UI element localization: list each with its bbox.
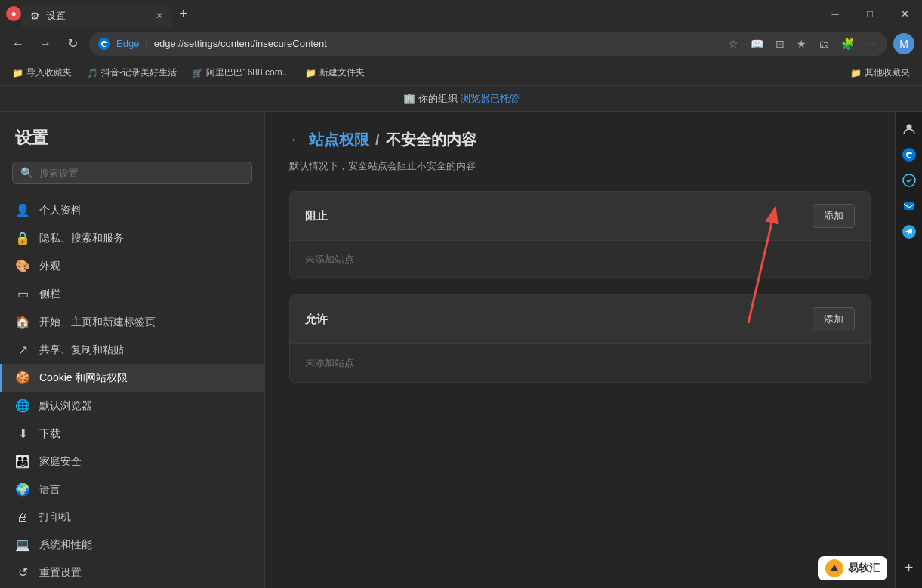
tab-close-button[interactable]: ✕ (156, 11, 163, 21)
sidebar-item-family[interactable]: 👨‍👩‍👧 家庭安全 (0, 448, 264, 476)
allow-section: 允许 添加 未添加站点 (289, 294, 871, 383)
sidebar-item-appearance[interactable]: 🎨 外观 (0, 252, 264, 280)
svg-point-0 (98, 38, 110, 50)
bookmark-newfolder-icon: 📁 (305, 68, 316, 79)
share-icon: ↗ (15, 343, 30, 357)
extensions-icon[interactable]: 🧩 (838, 35, 857, 53)
titlebar: ● ⚙ 设置 ✕ + ─ □ ✕ (0, 0, 922, 27)
lock-icon: 🔒 (15, 231, 30, 245)
block-empty-text: 未添加站点 (290, 241, 870, 279)
breadcrumb-parent[interactable]: 站点权限 (309, 130, 369, 150)
sidebar-item-sidebar[interactable]: ▭ 侧栏 (0, 280, 264, 308)
new-tab-button[interactable]: + (172, 6, 196, 22)
sidebar-item-printer[interactable]: 🖨 打印机 (0, 503, 264, 531)
more-menu-icon[interactable]: ··· (863, 35, 878, 53)
sidebar-title: 设置 (0, 127, 264, 162)
watermark: 易软汇 (818, 556, 887, 580)
bookmark-other[interactable]: 📁 其他收藏夹 (844, 64, 916, 82)
sidebar-item-label: 下载 (39, 427, 60, 441)
edge-sidebar-copilot-icon[interactable] (898, 169, 920, 192)
bookmark-import-label: 导入收藏夹 (26, 66, 72, 79)
family-icon: 👨‍👩‍👧 (15, 454, 30, 469)
edge-logo-icon (98, 38, 110, 50)
sidebar-item-language[interactable]: 🌍 语言 (0, 476, 264, 503)
block-section-header: 阻止 添加 (290, 192, 870, 241)
bookmark-import-icon: 📁 (12, 68, 23, 79)
page-description: 默认情况下，安全站点会阻止不安全的内容 (289, 159, 871, 173)
bookmark-tiktok[interactable]: 🎵 抖音-记录美好生活 (81, 64, 183, 82)
sidebar-item-reset[interactable]: ↺ 重置设置 (0, 559, 264, 586)
sidebar-item-privacy[interactable]: 🔒 隐私、搜索和服务 (0, 224, 264, 252)
sidebar-item-label: 开始、主页和新建标签页 (39, 316, 156, 329)
block-section: 阻止 添加 未添加站点 (289, 191, 871, 279)
sidebar-item-label: 侧栏 (39, 288, 60, 301)
org-text: 你的组织 (418, 92, 458, 106)
active-tab[interactable]: ⚙ 设置 ✕ (21, 5, 172, 27)
read-aloud-icon[interactable]: 📖 (748, 35, 766, 53)
tab-settings-icon: ⚙ (30, 10, 40, 22)
profile-button[interactable]: M (893, 33, 914, 54)
sidebar-item-downloads[interactable]: ⬇ 下载 (0, 420, 264, 448)
refresh-button[interactable]: ↻ (62, 33, 83, 54)
allow-add-button[interactable]: 添加 (813, 307, 855, 331)
sidebar-item-label: 系统和性能 (39, 538, 92, 552)
forward-button[interactable]: → (35, 33, 56, 54)
sidebar-item-label: 外观 (39, 260, 60, 273)
allow-empty-text: 未添加站点 (290, 344, 870, 382)
edge-sidebar-outlook-icon[interactable] (898, 195, 920, 217)
watermark-logo (825, 559, 843, 577)
search-input[interactable] (39, 168, 244, 179)
sidebar-item-label: 隐私、搜索和服务 (39, 232, 124, 245)
sidebar-item-label: Cookie 和网站权限 (39, 371, 128, 385)
edge-sidebar-profile-icon[interactable] (898, 118, 920, 140)
sidebar-item-label: 重置设置 (39, 566, 82, 580)
sidebar-item-label: 家庭安全 (39, 455, 82, 469)
back-button[interactable]: ← (8, 33, 29, 54)
settings-sidebar: 设置 🔍 👤 个人资料 🔒 隐私、搜索和服务 🎨 外观 ▭ 侧栏 🏠 开始、主页… (0, 112, 264, 588)
sidebar-item-label: 打印机 (39, 510, 71, 524)
close-button[interactable]: ✕ (887, 0, 922, 27)
block-add-button[interactable]: 添加 (813, 204, 855, 228)
split-screen-icon[interactable]: ⊡ (772, 35, 788, 53)
sidebar-item-cookies[interactable]: 🍪 Cookie 和网站权限 (0, 364, 264, 392)
window-controls: ─ □ ✕ (818, 0, 922, 27)
edge-sidebar: + (895, 112, 922, 588)
sidebar-item-default-browser[interactable]: 🌐 默认浏览器 (0, 392, 264, 420)
favorites-icon[interactable]: ★ (794, 35, 809, 53)
breadcrumb-separator: / (375, 131, 380, 149)
edge-sidebar-add-icon[interactable]: + (898, 556, 920, 579)
collections-icon[interactable]: 🗂 (816, 35, 832, 53)
search-box[interactable]: 🔍 (12, 162, 252, 184)
sidebar-item-share[interactable]: ↗ 共享、复制和粘贴 (0, 336, 264, 364)
sidebar-item-start[interactable]: 🏠 开始、主页和新建标签页 (0, 308, 264, 336)
page-title: 不安全的内容 (386, 130, 476, 150)
main-area: 设置 🔍 👤 个人资料 🔒 隐私、搜索和服务 🎨 外观 ▭ 侧栏 🏠 开始、主页… (0, 112, 922, 588)
restore-button[interactable]: □ (853, 0, 887, 27)
sidebar-icon-item: ▭ (15, 287, 30, 301)
sidebar-item-profile[interactable]: 👤 个人资料 (0, 196, 264, 224)
bookmark-newfolder[interactable]: 📁 新建文件夹 (299, 64, 371, 82)
address-separator: | (145, 38, 147, 49)
bookmarks-bar: 📁 导入收藏夹 🎵 抖音-记录美好生活 🛒 阿里巴巴1688.com... 📁 … (0, 60, 922, 86)
edge-sidebar-telegram-icon[interactable] (898, 220, 920, 243)
address-input[interactable]: Edge | edge://settings/content/insecureC… (89, 32, 887, 56)
star-icon[interactable]: ☆ (726, 35, 742, 53)
breadcrumb: ← 站点权限 / 不安全的内容 (289, 130, 871, 150)
bookmark-alibaba[interactable]: 🛒 阿里巴巴1688.com... (186, 64, 296, 82)
minimize-button[interactable]: ─ (818, 0, 853, 27)
sidebar-item-system[interactable]: 💻 系统和性能 (0, 531, 264, 559)
bookmark-alibaba-label: 阿里巴巴1688.com... (206, 66, 290, 79)
tab-bar: ⚙ 设置 ✕ + (21, 0, 818, 27)
back-arrow-icon[interactable]: ← (289, 132, 303, 148)
bookmark-import[interactable]: 📁 导入收藏夹 (6, 64, 78, 82)
printer-icon: 🖨 (15, 510, 30, 524)
bookmark-other-icon: 📁 (850, 68, 862, 79)
bookmark-tiktok-label: 抖音-记录美好生活 (101, 66, 177, 79)
edge-sidebar-edge-icon[interactable] (898, 143, 920, 166)
home-icon: 🏠 (15, 315, 30, 329)
address-url: edge://settings/content/insecureContent (154, 38, 327, 49)
default-browser-icon: 🌐 (15, 399, 30, 413)
org-link[interactable]: 浏览器已托管 (461, 92, 520, 106)
svg-marker-8 (830, 564, 839, 571)
profile-icon: 👤 (15, 203, 30, 217)
